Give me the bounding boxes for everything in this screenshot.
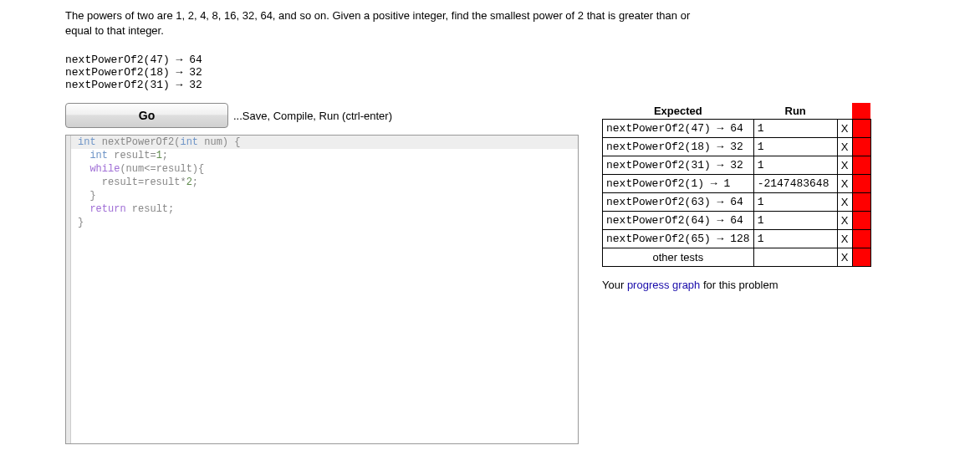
result-mark: X (837, 212, 852, 230)
other-tests-label: other tests (603, 248, 754, 267)
table-row: nextPowerOf2(18) → 321X (603, 138, 871, 156)
go-hint: ...Save, Compile, Run (ctrl-enter) (233, 110, 392, 122)
result-mark: X (837, 156, 852, 175)
editor-line: return result; (66, 202, 578, 216)
expected-cell: nextPowerOf2(65) → 128 (603, 230, 754, 248)
result-mark: X (837, 120, 852, 138)
progress-text: Your progress graph for this problem (602, 279, 871, 291)
run-cell: 1 (753, 230, 837, 248)
result-status-bar (852, 120, 870, 138)
run-cell (753, 248, 837, 267)
expected-cell: nextPowerOf2(64) → 64 (603, 212, 754, 230)
editor-line: while(num<=result){ (66, 162, 578, 176)
table-row: nextPowerOf2(31) → 321X (603, 156, 871, 175)
result-mark: X (837, 230, 852, 248)
run-cell: 1 (753, 156, 837, 175)
result-status-bar (852, 248, 870, 267)
table-row: nextPowerOf2(64) → 641X (603, 212, 871, 230)
table-row-other: other testsX (603, 248, 871, 267)
expected-cell: nextPowerOf2(63) → 64 (603, 193, 754, 212)
table-row: nextPowerOf2(65) → 1281X (603, 230, 871, 248)
progress-graph-link[interactable]: progress graph (627, 279, 700, 291)
result-status-bar (852, 193, 870, 212)
table-row: nextPowerOf2(63) → 641X (603, 193, 871, 212)
result-mark: X (837, 248, 852, 267)
expected-cell: nextPowerOf2(18) → 32 (603, 138, 754, 156)
editor-line: int result=1; (66, 149, 578, 162)
run-cell: 1 (753, 193, 837, 212)
result-status-bar (852, 230, 870, 248)
result-status-bar (852, 138, 870, 156)
run-cell: 1 (753, 212, 837, 230)
editor-gutter (66, 136, 71, 443)
problem-description: The powers of two are 1, 2, 4, 8, 16, 32… (65, 8, 709, 38)
result-mark: X (837, 138, 852, 156)
result-mark: X (837, 175, 852, 193)
expected-cell: nextPowerOf2(1) → 1 (603, 175, 754, 193)
results-table: Expected Run nextPowerOf2(47) → 641Xnext… (602, 103, 871, 267)
code-editor[interactable]: int nextPowerOf2(int num) { int result=1… (65, 135, 579, 444)
editor-line: result=result*2; (66, 176, 578, 189)
table-row: nextPowerOf2(1) → 1-2147483648X (603, 175, 871, 193)
run-cell: -2147483648 (753, 175, 837, 193)
problem-examples: nextPowerOf2(47) → 64 nextPowerOf2(18) →… (65, 54, 980, 91)
result-status-bar (852, 175, 870, 193)
run-cell: 1 (753, 138, 837, 156)
expected-cell: nextPowerOf2(47) → 64 (603, 120, 754, 138)
table-row: nextPowerOf2(47) → 641X (603, 120, 871, 138)
editor-line: int nextPowerOf2(int num) { (66, 136, 578, 149)
run-cell: 1 (753, 120, 837, 138)
result-status-bar (852, 212, 870, 230)
go-button[interactable]: Go (65, 103, 228, 128)
result-status-bar (852, 156, 870, 175)
editor-line: } (66, 189, 578, 202)
header-run: Run (753, 103, 837, 120)
result-mark: X (837, 193, 852, 212)
editor-line: } (66, 216, 578, 229)
header-expected: Expected (603, 103, 754, 120)
expected-cell: nextPowerOf2(31) → 32 (603, 156, 754, 175)
